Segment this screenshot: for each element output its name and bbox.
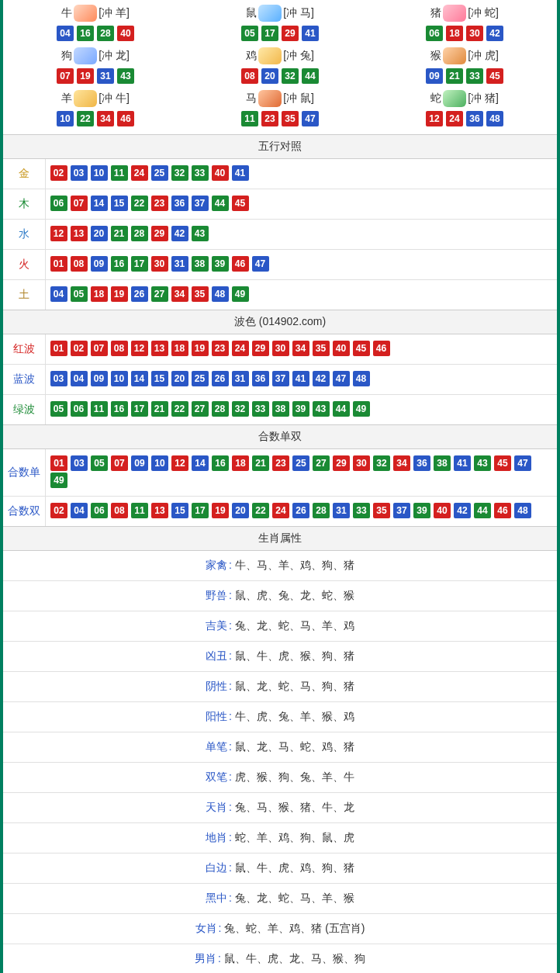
attr-label: 地肖: [206, 831, 227, 843]
number-ball: 21: [151, 401, 168, 417]
table-row: 火0108091617303138394647: [3, 250, 557, 280]
balls-cell: 0204060811131517192022242628313335373940…: [46, 497, 558, 527]
number-ball: 11: [131, 503, 148, 518]
number-ball: 40: [117, 26, 134, 41]
number-ball: 46: [373, 341, 390, 356]
zodiac-name: 猴: [430, 49, 441, 63]
number-ball: 20: [261, 68, 278, 84]
number-ball: 02: [50, 503, 67, 518]
attr-cell: 黑中: 兔、龙、蛇、马、羊、猴: [3, 884, 557, 914]
number-ball: 41: [292, 371, 309, 386]
attr-label: 双笔: [206, 770, 227, 783]
number-ball: 25: [292, 455, 309, 471]
number-ball: 43: [313, 401, 330, 417]
heshu-table: 合数单0103050709101214161821232527293032343…: [3, 449, 557, 526]
number-ball: 18: [232, 455, 249, 471]
zodiac-name: 羊: [61, 92, 72, 106]
number-ball: 39: [413, 503, 430, 518]
row-label: 绿波: [3, 395, 45, 425]
number-ball: 11: [241, 111, 258, 126]
number-ball: 45: [494, 455, 511, 471]
zodiac-cell: 牛[冲 羊]04162840: [3, 3, 188, 43]
number-ball: 34: [393, 455, 410, 471]
number-ball: 07: [57, 68, 74, 84]
number-ball: 29: [151, 226, 168, 241]
number-ball: 11: [91, 401, 108, 417]
number-ball: 30: [151, 256, 168, 272]
number-ball: 47: [252, 256, 269, 272]
attr-label: 吉美: [206, 619, 227, 632]
number-ball: 03: [71, 165, 88, 181]
number-ball: 32: [373, 455, 390, 471]
row-label: 蓝波: [3, 365, 45, 395]
ball-row: 08203244: [188, 68, 372, 84]
zodiac-clash: [冲 羊]: [99, 6, 130, 20]
ball-row: 12243648: [372, 111, 557, 126]
balls-cell: 05061116172122272832333839434449: [45, 395, 557, 425]
number-ball: 35: [313, 341, 330, 356]
number-ball: 07: [111, 455, 128, 471]
number-ball: 16: [111, 401, 128, 417]
number-ball: 04: [57, 26, 74, 41]
ball-row: 11233547: [188, 111, 372, 126]
number-ball: 38: [434, 455, 451, 471]
number-ball: 19: [77, 68, 94, 84]
number-ball: 45: [353, 341, 370, 356]
table-row: 黑中: 兔、龙、蛇、马、羊、猴: [3, 884, 557, 914]
number-ball: 28: [131, 226, 148, 241]
table-row: 木06071415222336374445: [3, 189, 557, 220]
number-ball: 26: [212, 371, 229, 386]
number-ball: 04: [71, 371, 88, 386]
table-row: 吉美: 兔、龙、蛇、马、羊、鸡: [3, 611, 557, 642]
number-ball: 22: [131, 196, 148, 211]
number-ball: 27: [313, 455, 330, 471]
number-ball: 28: [97, 26, 114, 41]
table-row: 红波0102070812131819232429303435404546: [3, 334, 557, 365]
number-ball: 30: [272, 341, 289, 356]
ball-row: 05172941: [188, 26, 372, 41]
number-ball: 14: [131, 371, 148, 386]
number-ball: 20: [171, 371, 188, 386]
bose-table: 红波0102070812131819232429303435404546蓝波03…: [3, 334, 557, 424]
number-ball: 17: [131, 401, 148, 417]
balls-cell: 0102070812131819232429303435404546: [45, 334, 557, 365]
row-label: 木: [3, 189, 45, 220]
attr-cell: 天肖: 兔、马、猴、猪、牛、龙: [3, 793, 557, 823]
number-ball: 08: [111, 503, 128, 518]
zodiac-name: 马: [246, 92, 257, 106]
attr-value: 兔、马、猴、猪、牛、龙: [232, 801, 354, 813]
number-ball: 37: [272, 371, 289, 386]
number-ball: 22: [77, 111, 94, 126]
zodiac-name: 鼠: [246, 6, 257, 20]
number-ball: 08: [241, 68, 258, 84]
page-wrap: 牛[冲 羊]04162840鼠[冲 马]05172941猪[冲 蛇]061830…: [0, 0, 560, 973]
row-label: 合数单: [3, 449, 46, 497]
number-ball: 36: [413, 455, 430, 471]
number-ball: 31: [232, 371, 249, 386]
row-label: 水: [3, 220, 45, 250]
zodiac-icon: [74, 5, 97, 22]
number-ball: 42: [313, 371, 330, 386]
number-ball: 23: [151, 196, 168, 211]
attr-label: 阴性: [206, 680, 227, 692]
number-ball: 21: [446, 68, 463, 84]
number-ball: 04: [50, 286, 67, 302]
number-ball: 28: [212, 401, 229, 417]
attr-label: 白边: [206, 861, 227, 874]
number-ball: 12: [426, 111, 443, 126]
number-ball: 34: [292, 341, 309, 356]
table-row: 双笔: 虎、猴、狗、兔、羊、牛: [3, 763, 557, 793]
number-ball: 49: [50, 473, 67, 488]
number-ball: 24: [131, 165, 148, 181]
number-ball: 42: [486, 26, 503, 41]
zodiac-cell: 鸡[冲 兔]08203244: [188, 46, 372, 85]
number-ball: 17: [261, 26, 278, 41]
number-ball: 48: [212, 286, 229, 302]
number-ball: 23: [261, 111, 278, 126]
attr-value: 鼠、牛、虎、鸡、狗、猪: [232, 861, 354, 874]
number-ball: 26: [131, 286, 148, 302]
number-ball: 37: [393, 503, 410, 518]
number-ball: 48: [514, 503, 531, 518]
number-ball: 11: [111, 165, 128, 181]
number-ball: 12: [131, 341, 148, 356]
